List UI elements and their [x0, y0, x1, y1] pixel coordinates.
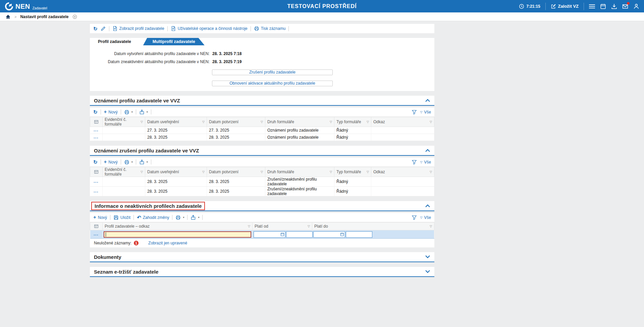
valid-from-time-input[interactable] [286, 231, 313, 238]
column-header[interactable]: Druh formuláře▽ [265, 117, 334, 127]
column-filter-icon[interactable]: ▽ [202, 170, 205, 174]
show-all-button[interactable]: ▽ Vše [420, 110, 431, 114]
row-menu-icon[interactable]: ••• [94, 181, 99, 184]
column-header[interactable]: Platí do▽ [312, 223, 434, 230]
column-header[interactable]: Datum potvrzení▽ [207, 167, 265, 177]
print-dropdown-button[interactable]: ▾ [175, 215, 184, 220]
edit-button[interactable] [101, 26, 106, 31]
column-chooser-button[interactable] [90, 223, 103, 230]
column-header[interactable]: Odkaz▽ [371, 117, 434, 127]
export-dropdown-button[interactable]: ▾ [139, 159, 148, 165]
filter-button[interactable] [412, 109, 417, 115]
section-header[interactable]: Informace o neaktivních profilech zadava… [90, 201, 434, 211]
column-filter-icon[interactable]: ▽ [248, 225, 250, 228]
section-header[interactable]: Seznam e-tržišť zadavatele [90, 267, 434, 277]
reactivate-profile-button[interactable]: Obnovení aktivace aktuálního profilu zad… [212, 81, 333, 86]
column-header[interactable]: Druh formuláře▽ [265, 167, 334, 177]
column-filter-icon[interactable]: ▽ [308, 225, 310, 228]
column-filter-icon[interactable]: ▽ [430, 225, 432, 228]
export-dropdown-button[interactable]: ▾ [139, 109, 148, 115]
collapse-chevron-icon[interactable] [425, 99, 430, 102]
brand-name: NEN [15, 2, 30, 11]
column-header[interactable]: Evidenční č. formuláře▽ [103, 117, 145, 127]
column-filter-icon[interactable]: ▽ [141, 170, 143, 174]
new-record-button[interactable]: + Nový [104, 110, 118, 114]
discard-changes-button[interactable]: ↶ Zahodit změny [137, 215, 169, 220]
expand-chevron-icon[interactable] [425, 270, 430, 273]
new-record-button[interactable]: + Nový [93, 215, 107, 220]
funnel-icon [412, 109, 417, 115]
row-menu-icon[interactable]: ••• [94, 136, 99, 139]
collapse-chevron-icon[interactable] [425, 149, 430, 152]
profile-link-input[interactable] [104, 231, 251, 238]
column-filter-icon[interactable]: ▽ [367, 120, 369, 124]
column-filter-icon[interactable]: ▽ [367, 170, 369, 174]
column-header[interactable]: Datum uveřejnění▽ [145, 117, 207, 127]
column-header[interactable]: Datum potvrzení▽ [207, 117, 265, 127]
column-filter-icon[interactable]: ▽ [202, 120, 205, 124]
view-profile-link[interactable]: Zobrazit profil zadavatele [112, 26, 164, 31]
column-chooser-button[interactable] [90, 117, 103, 127]
calendar-button[interactable] [600, 3, 606, 9]
column-filter-icon[interactable]: ▽ [141, 120, 143, 124]
section-header[interactable]: Oznámení zrušení profilu zadavatele ve V… [90, 146, 434, 156]
print-record-link[interactable]: Tisk záznamu [254, 26, 286, 31]
column-filter-icon[interactable]: ▽ [330, 120, 332, 124]
filter-button[interactable] [412, 159, 417, 165]
collapse-chevron-icon[interactable] [425, 204, 430, 207]
tab-profil-zadavatele[interactable]: Profil zadavatele [93, 38, 137, 45]
section-inactive-profiles: Informace o neaktivních profilech zadava… [90, 201, 434, 247]
column-filter-icon[interactable]: ▽ [430, 170, 432, 174]
new-record-button[interactable]: + Nový [104, 160, 118, 165]
cell-evidence-number [103, 127, 145, 134]
print-dropdown-button[interactable]: ▾ [124, 159, 133, 165]
refresh-button[interactable]: ↻ [93, 159, 98, 165]
downloads-button[interactable] [611, 3, 617, 9]
section-header[interactable]: Dokumenty [90, 252, 434, 262]
column-header[interactable]: Typ formuláře▽ [334, 117, 371, 127]
table-row[interactable]: ••• 28. 3. 2025 28. 3. 2025 Oznámení pro… [90, 134, 434, 141]
close-tab-button[interactable] [72, 14, 77, 19]
main-menu-button[interactable] [589, 3, 595, 9]
column-chooser-button[interactable] [90, 167, 103, 177]
filter-button[interactable] [412, 215, 417, 220]
messages-button[interactable] [622, 3, 628, 9]
column-header[interactable]: Profil zadavatele – odkaz▽ [103, 223, 253, 230]
table-row[interactable]: ••• 28. 3. 2025 28. 3. 2025 Zrušení/znea… [90, 177, 434, 187]
show-edited-link[interactable]: Zobrazit jen upravené [148, 241, 187, 245]
column-filter-icon[interactable]: ▽ [261, 170, 263, 174]
row-menu-icon[interactable]: ••• [94, 129, 99, 132]
column-filter-icon[interactable]: ▽ [330, 170, 332, 174]
export-dropdown-button[interactable]: ▾ [191, 215, 199, 220]
column-header[interactable]: Datum uveřejnění▽ [145, 167, 207, 177]
table-row[interactable]: ••• 28. 3. 2025 28. 3. 2025 Zrušení/znea… [90, 187, 434, 196]
tab-multiprofil-zadavatele[interactable]: Multiprofil zadavatele [143, 38, 205, 45]
row-menu-icon[interactable]: ••• [94, 233, 99, 236]
column-header[interactable]: Evidenční č. formuláře▽ [103, 167, 145, 177]
column-header[interactable]: Platí od▽ [253, 223, 312, 230]
refresh-button[interactable]: ↻ [93, 26, 98, 31]
edit-row[interactable]: ••• [90, 230, 434, 239]
user-account-button[interactable] [633, 3, 639, 9]
show-all-button[interactable]: ▽ Vše [420, 215, 431, 220]
refresh-button[interactable]: ↻ [93, 109, 98, 114]
column-header[interactable]: Odkaz▽ [371, 167, 434, 177]
calendar-icon[interactable] [340, 232, 344, 236]
print-dropdown-button[interactable]: ▾ [124, 109, 133, 115]
calendar-icon[interactable] [280, 232, 284, 236]
create-vz-button[interactable]: Založit VZ [551, 4, 579, 9]
user-operations-link[interactable]: Uživatelské operace a činnosti nástroje [171, 26, 248, 31]
nen-logo[interactable]: NEN Zadavatel [5, 2, 47, 11]
row-menu-icon[interactable]: ••• [94, 190, 99, 193]
save-button[interactable]: Uložit [113, 215, 130, 220]
section-header[interactable]: Oznámení profilu zadavatele ve VVZ [90, 96, 434, 106]
expand-chevron-icon[interactable] [425, 255, 430, 259]
cancel-profile-button[interactable]: Zrušení profilu zadavatele [212, 69, 333, 75]
valid-to-time-input[interactable] [346, 231, 372, 238]
column-header[interactable]: Typ formuláře▽ [334, 167, 371, 177]
table-row[interactable]: ••• 27. 3. 2025 27. 3. 2025 Oznámení pro… [90, 127, 434, 134]
column-filter-icon[interactable]: ▽ [261, 120, 263, 124]
column-filter-icon[interactable]: ▽ [430, 120, 432, 124]
show-all-button[interactable]: ▽ Vše [420, 160, 431, 165]
home-button[interactable] [5, 14, 11, 19]
